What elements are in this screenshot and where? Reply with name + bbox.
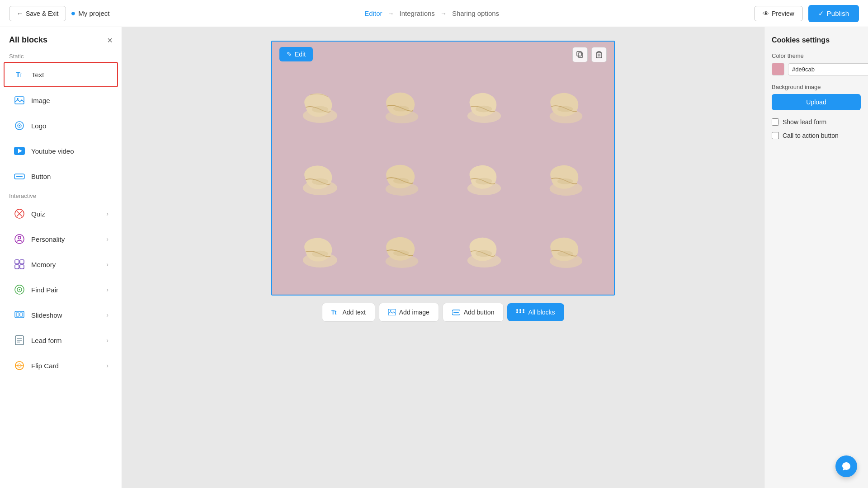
check-icon: ✓ — [818, 9, 824, 18]
save-exit-button[interactable]: ← Save & Exit — [9, 6, 66, 21]
svg-point-40 — [312, 106, 328, 113]
call-to-action-row: Call to action button — [772, 132, 861, 139]
add-button-button[interactable]: Add button — [443, 303, 504, 322]
sidebar-item-button[interactable]: Button — [4, 164, 118, 188]
sidebar-item-personality-left: Personality — [13, 233, 65, 245]
fortune-cell-2-4 — [528, 145, 605, 213]
sidebar-item-image[interactable]: Image — [4, 88, 118, 113]
svg-rect-19 — [20, 265, 24, 269]
personality-arrow-icon: › — [106, 235, 108, 243]
preview-label: Preview — [772, 10, 794, 17]
save-exit-label: Save & Exit — [26, 10, 58, 17]
nav-integrations[interactable]: Integrations — [399, 9, 434, 17]
topbar-left: ← Save & Exit ● My project — [9, 6, 109, 21]
color-swatch[interactable] — [772, 63, 784, 75]
logo-icon — [13, 119, 26, 132]
sidebar-item-memory[interactable]: Memory › — [4, 252, 118, 277]
sidebar-item-flipcard[interactable]: Flip Card › — [4, 353, 118, 378]
svg-rect-25 — [20, 313, 23, 316]
main-content: Feedback All blocks × Static T T Text — [0, 27, 868, 488]
sidebar-header: All blocks × — [0, 27, 122, 49]
preview-button[interactable]: 👁 Preview — [754, 6, 803, 21]
show-lead-form-checkbox[interactable] — [772, 118, 779, 126]
all-blocks-button[interactable]: All blocks — [507, 303, 564, 321]
all-blocks-label: All blocks — [528, 309, 555, 316]
svg-point-44 — [476, 105, 492, 112]
sidebar-item-personality[interactable]: Personality › — [4, 227, 118, 251]
sidebar-item-text[interactable]: T T Text — [4, 62, 118, 87]
svg-point-60 — [476, 250, 492, 257]
nav-sharing[interactable]: Sharing options — [452, 9, 499, 17]
leadform-icon — [13, 334, 26, 347]
svg-rect-16 — [15, 260, 19, 264]
canvas-area: ✎ Edit — [122, 27, 764, 488]
add-image-button[interactable]: Add image — [379, 303, 439, 322]
duplicate-button[interactable] — [572, 47, 588, 62]
topbar-center: Editor → Integrations → Sharing options — [117, 9, 747, 17]
sidebar-item-slideshow-label: Slideshow — [31, 311, 62, 319]
sidebar-item-flipcard-label: Flip Card — [31, 362, 59, 370]
sidebar-item-findpair-left: Find Pair — [13, 283, 58, 296]
project-dot-icon: ● — [71, 9, 75, 18]
chat-button[interactable] — [835, 455, 857, 477]
fortune-cell-2-3 — [445, 145, 523, 213]
sidebar-item-personality-label: Personality — [31, 235, 65, 243]
sidebar-item-leadform-left: Lead form — [13, 334, 62, 347]
svg-point-56 — [312, 250, 328, 257]
sidebar-item-flipcard-left: Flip Card — [13, 359, 59, 372]
text-icon: T T — [14, 68, 26, 81]
show-lead-form-row: Show lead form — [772, 118, 861, 126]
fortune-cell-3-4 — [528, 218, 605, 286]
image-icon — [13, 94, 26, 107]
color-theme-row — [772, 63, 861, 75]
bottom-toolbar: Tt Add text Add image Add button All blo… — [271, 303, 615, 322]
sidebar-item-youtube-left: Youtube video — [13, 145, 74, 157]
canvas-wrapper: ✎ Edit — [271, 41, 615, 322]
nav-arrow-2: → — [440, 10, 447, 17]
add-button-label: Add button — [464, 309, 495, 316]
svg-point-42 — [393, 105, 409, 111]
color-input[interactable] — [788, 63, 868, 75]
svg-rect-35 — [596, 53, 602, 58]
svg-rect-18 — [15, 265, 19, 269]
sidebar-item-button-label: Button — [31, 173, 51, 180]
pencil-icon: ✎ — [287, 51, 292, 58]
nav-editor[interactable]: Editor — [364, 9, 382, 17]
findpair-arrow-icon: › — [106, 286, 108, 293]
fortune-cell-3-1 — [281, 218, 359, 286]
sidebar-item-image-left: Image — [13, 94, 50, 107]
fortune-cell-1-1 — [281, 73, 359, 141]
leadform-arrow-icon: › — [106, 337, 108, 344]
sidebar-item-findpair[interactable]: Find Pair › — [4, 277, 118, 302]
topbar-right: 👁 Preview ✓ Publish — [754, 5, 859, 22]
upload-button[interactable]: Upload — [772, 94, 861, 110]
svg-point-48 — [312, 178, 328, 185]
delete-button[interactable] — [591, 47, 607, 62]
edit-button[interactable]: ✎ Edit — [279, 47, 313, 61]
sidebar-item-leadform-label: Lead form — [31, 337, 62, 344]
sidebar-item-logo[interactable]: Logo — [4, 113, 118, 138]
add-text-button[interactable]: Tt Add text — [322, 303, 375, 322]
svg-point-70 — [523, 309, 524, 311]
flipcard-icon — [13, 359, 26, 372]
svg-rect-34 — [577, 52, 581, 56]
svg-point-50 — [393, 178, 409, 183]
static-section-label: Static — [0, 49, 122, 61]
quiz-icon — [13, 207, 26, 220]
svg-text:Tt: Tt — [331, 310, 336, 316]
sidebar-title: All blocks — [9, 35, 47, 45]
color-theme-label: Color theme — [772, 52, 861, 59]
sidebar-item-slideshow[interactable]: Slideshow › — [4, 303, 118, 327]
fortune-cell-3-2 — [363, 218, 441, 286]
sidebar-item-leadform[interactable]: Lead form › — [4, 328, 118, 352]
sidebar-item-youtube[interactable]: Youtube video — [4, 139, 118, 163]
sidebar-close-button[interactable]: × — [107, 36, 113, 45]
publish-button[interactable]: ✓ Publish — [808, 5, 859, 22]
project-name: ● My project — [71, 9, 109, 18]
call-to-action-checkbox[interactable] — [772, 132, 779, 139]
sidebar-item-quiz[interactable]: Quiz › — [4, 202, 118, 226]
svg-rect-17 — [20, 260, 24, 264]
sidebar-item-slideshow-left: Slideshow — [13, 309, 62, 321]
add-text-label: Add text — [342, 309, 365, 316]
eye-icon: 👁 — [763, 10, 769, 17]
